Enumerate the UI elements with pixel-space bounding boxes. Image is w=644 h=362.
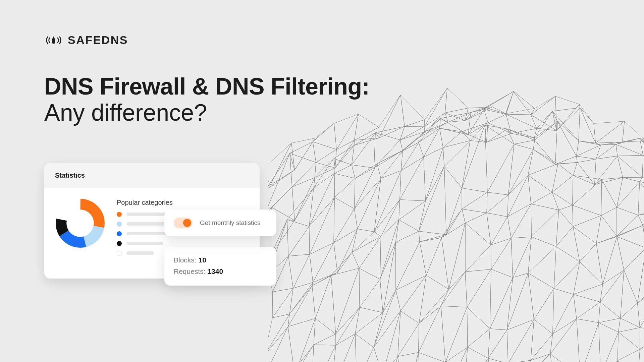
svg-marker-285 [531,210,558,246]
svg-rect-0 [52,38,55,44]
blocks-label: Blocks: [174,256,197,264]
svg-marker-356 [528,273,554,319]
legend-dot-icon [117,231,122,236]
svg-marker-351 [467,269,491,328]
svg-marker-330 [637,284,644,327]
legend-bar [126,242,163,245]
svg-marker-275 [420,235,446,242]
svg-marker-223 [643,210,644,260]
svg-marker-239 [419,166,446,235]
svg-marker-397 [580,323,601,362]
svg-marker-49 [316,149,336,168]
svg-marker-182 [595,177,623,184]
svg-marker-278 [462,209,487,223]
counts-card: Blocks: 10 Requests: 1340 [164,247,276,286]
svg-marker-303 [336,268,360,334]
svg-marker-329 [621,303,640,327]
svg-marker-9 [270,143,294,185]
monthly-stats-toggle[interactable] [174,218,193,228]
headline-bold: DNS Firewall & DNS Filtering: [44,73,644,100]
svg-marker-422 [464,347,488,362]
svg-marker-209 [487,144,514,195]
svg-marker-44 [268,170,294,190]
svg-marker-334 [288,318,315,362]
svg-marker-327 [600,270,624,318]
svg-marker-313 [449,223,465,289]
svg-marker-158 [334,173,355,197]
svg-marker-367 [640,331,644,349]
svg-marker-226 [288,254,310,288]
svg-marker-247 [507,175,531,217]
svg-marker-317 [491,238,513,278]
svg-marker-287 [556,227,580,262]
svg-marker-168 [440,128,462,148]
svg-marker-82 [290,153,316,187]
svg-marker-91 [374,140,402,168]
svg-marker-84 [315,163,335,178]
svg-marker-331 [640,284,644,331]
svg-marker-430 [550,354,580,362]
svg-marker-393 [531,334,552,360]
brand-icon [44,34,63,46]
svg-marker-297 [268,314,289,355]
svg-marker-186 [638,182,644,215]
svg-marker-210 [508,144,533,195]
svg-marker-46 [290,142,313,170]
svg-marker-421 [443,347,468,362]
svg-marker-295 [637,282,644,303]
svg-marker-360 [574,294,600,319]
legend-title: Popular categories [117,199,249,206]
svg-marker-307 [383,242,396,313]
svg-marker-364 [619,318,640,332]
svg-marker-251 [559,205,573,227]
svg-marker-137 [486,129,511,142]
svg-marker-103 [511,128,537,138]
donut-chart [55,198,105,248]
svg-marker-380 [398,311,419,356]
svg-marker-233 [352,232,381,252]
svg-marker-349 [441,272,467,307]
svg-marker-417 [404,353,420,362]
svg-marker-111 [596,144,618,159]
svg-marker-387 [468,329,490,358]
svg-marker-436 [618,361,638,362]
page-title: DNS Firewall & DNS Filtering: Any differ… [44,73,644,126]
brand-name: SAFEDNS [68,34,128,47]
monthly-stats-label: Get monthly statistics [200,219,261,227]
svg-marker-235 [381,199,400,236]
svg-marker-401 [618,349,640,362]
svg-marker-179 [558,163,577,176]
svg-marker-175 [514,140,535,149]
svg-marker-300 [312,276,331,318]
svg-marker-385 [445,307,468,362]
svg-marker-315 [465,245,491,272]
svg-marker-424 [488,358,508,362]
svg-marker-280 [487,213,507,245]
svg-marker-213 [528,164,558,192]
svg-marker-243 [462,192,487,213]
svg-marker-257 [617,225,644,248]
svg-marker-321 [528,246,556,288]
svg-marker-395 [550,319,580,362]
requests-label: Requests: [174,267,206,275]
svg-marker-47 [290,142,316,163]
svg-marker-119 [294,178,315,221]
svg-marker-284 [531,204,559,237]
svg-marker-203 [426,147,444,201]
svg-marker-252 [573,205,601,227]
svg-marker-429 [531,354,552,362]
svg-marker-219 [601,207,617,236]
svg-marker-343 [374,290,400,347]
svg-marker-306 [380,242,396,313]
svg-marker-373 [311,345,336,362]
svg-marker-365 [619,327,640,349]
svg-marker-320 [528,237,556,273]
svg-marker-340 [355,307,383,334]
svg-marker-148 [618,156,642,177]
svg-marker-377 [357,347,382,362]
svg-marker-418 [419,353,445,362]
svg-marker-339 [336,307,360,345]
svg-rect-1 [53,37,54,38]
svg-marker-229 [313,243,337,282]
svg-marker-381 [398,323,419,357]
